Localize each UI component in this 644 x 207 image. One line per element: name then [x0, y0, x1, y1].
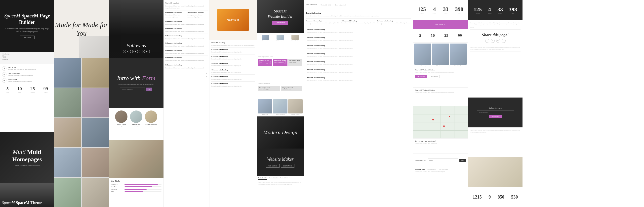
section-text: Lorem ipsum dolor sit amet consectetur a… [306, 15, 411, 17]
feature-image-1 [414, 44, 431, 65]
subscribe-button[interactable]: Send [460, 159, 466, 162]
dark-num-label: Sales [509, 13, 517, 14]
nav-item[interactable]: Home [2, 55, 52, 57]
subscribe-input[interactable] [428, 158, 458, 162]
section-heading: Columns with heading [306, 76, 411, 79]
skills-section: Our Skills HTML/CSS WordPress JavaScript [109, 178, 164, 207]
final-num-3: 850 [498, 194, 504, 200]
learn-more-button[interactable]: Learn More [428, 75, 440, 78]
section-heading: Text with heading [306, 12, 411, 14]
number-25: 25 [444, 33, 448, 38]
tabs-row: Text with title1 Text with title2 Text w… [415, 168, 466, 170]
tab-1[interactable]: Text with title1 [306, 4, 317, 6]
columns-section-2: Columns with heading Lorem ipsum dolor s… [165, 20, 208, 26]
feature-image [258, 99, 272, 113]
dark-number-4: 4 [488, 6, 492, 13]
tab-title-3[interactable]: Text with title3 [280, 177, 290, 180]
section-text: Lorem ipsum dolor sit amet consectetur a… [165, 60, 208, 62]
dark-number-33: 33 [498, 6, 503, 13]
linkedin-icon[interactable]: li [137, 50, 140, 53]
final-number-530: 530 [511, 194, 518, 200]
col-text: Lorem ipsum dolor sit amet consectetur a… [342, 22, 376, 26]
dark-num-2: 4 Awards [488, 6, 492, 14]
youtube-icon[interactable]: yt [142, 50, 145, 53]
text-section: Text with heading Lorem ipsum dolor sit … [306, 12, 411, 19]
columns-section-5: Columns with heading Lorem ipsum dolor s… [306, 53, 411, 59]
spacem-theme-section: SpaceM SpaceM Theme [0, 183, 54, 207]
photo-cell [54, 178, 81, 207]
natwest-card-wrapper: NatWest [213, 4, 253, 36]
facebook-icon[interactable]: f [123, 50, 126, 53]
pinterest-icon[interactable]: p [146, 50, 150, 53]
section-text: Lorem ipsum dolor sit amet consectetur a… [306, 79, 411, 82]
team-members-list: Angela Aquila Designer Jenny Moore Devel… [115, 110, 157, 127]
dark-num-3: 33 Clients [498, 6, 503, 14]
scroll-down-arrow[interactable]: ▲ [206, 75, 208, 77]
demo-button[interactable]: Live Demo [20, 36, 34, 39]
col-text: Lorem ipsum dolor sit amet consectetur a… [306, 22, 340, 26]
feature-cell: Mobile responsive [273, 35, 288, 53]
col-text: Lorem ipsum dolor sit amet consectetur a… [187, 14, 208, 18]
facebook-share-icon[interactable]: f [485, 39, 489, 43]
page-builder-subtitle: Create beautiful websites with our drag … [2, 27, 52, 33]
scroll-arrows: ▲ ▲ [165, 72, 208, 77]
website-builder-section: SpaceMWebsite Builder Get Started [257, 0, 304, 33]
instagram-share-icon[interactable]: in [496, 39, 500, 43]
twitter-icon[interactable]: t [128, 50, 131, 53]
multi-homepages-section: Multi Multi Homepages Choose from many h… [0, 132, 54, 183]
website-builder-button[interactable]: Get Started [272, 21, 288, 25]
nav-item[interactable]: Portfolio [2, 59, 52, 60]
columns-section-3: Columns with heading Lorem ipsum dolor s… [306, 37, 411, 43]
skill-track [124, 184, 162, 185]
image-label-1: Retina ready [414, 65, 431, 66]
nav-item[interactable]: About [2, 57, 52, 59]
get-started-button[interactable]: Get Started [266, 164, 280, 168]
tab-3[interactable]: Text with title3 [335, 4, 346, 6]
feature-label: Mobile responsive [273, 114, 288, 115]
get-started-button[interactable]: Get Started [415, 75, 427, 78]
tab-title-1[interactable]: Text with title1 [258, 177, 267, 180]
skill-row: HTML/CSS [111, 184, 162, 185]
process-card-1: Coming up with idea Lorem ipsum dolor 4 [258, 59, 272, 66]
lorem-text-2: Lorem ipsum dolor sit amet consectetur a… [470, 46, 520, 51]
section-text: Lorem ipsum dolor sit amet consectetur a… [165, 67, 208, 69]
team-member: Angela Aquila Designer [115, 110, 128, 127]
twb-text: Lorem ipsum dolor sit amet consectetur a… [415, 72, 466, 74]
tab-title-1[interactable]: Text with title1 [415, 168, 424, 170]
learn-more-button[interactable]: Learn More [281, 164, 294, 168]
member-role: Developer [130, 125, 142, 127]
scroll-up-arrow[interactable]: ▲ [206, 72, 208, 74]
dark-numbers-section: 125 Projects 4 Awards 33 Clients 398 Sal… [468, 0, 522, 20]
process-card-text: Lorem ipsum [289, 62, 302, 63]
features-section: ★ Easy to useDrag and drop page builder.… [0, 64, 54, 132]
feature-img-col: Website Builder [288, 99, 302, 115]
columns-section-6: Columns with heading Lorem ipsum dolor s… [165, 49, 208, 56]
member-role: Manager [145, 125, 157, 127]
form-submit-button[interactable]: Go [146, 88, 152, 91]
dark-subscribe-button[interactable]: Subscribe [489, 115, 502, 118]
feature-icon: ◈ [2, 72, 6, 77]
top-numbers: 125 Projects 4 Awards 33 Clients 398 Sal… [413, 0, 468, 20]
section-heading: Columns with heading [306, 45, 411, 47]
section-heading: Columns with heading [212, 83, 255, 85]
section-heading: Columns with heading [165, 27, 208, 29]
linkedin-share-icon[interactable]: li [502, 39, 506, 43]
instagram-icon[interactable]: in [132, 50, 136, 53]
tab-title-2[interactable]: Text with title2 [269, 177, 278, 180]
nav-items: Home About Portfolio [2, 55, 52, 60]
card-section: NatWest [210, 0, 257, 40]
tab-title-2[interactable]: Text with title2 [427, 168, 436, 170]
multi-text: Multi Multi Homepages Choose from many h… [0, 148, 54, 167]
final-num-2: 9 [488, 194, 491, 200]
card-text: Lorem ipsum dolor [282, 89, 302, 90]
email-input[interactable] [120, 88, 145, 91]
twitter-share-icon[interactable]: t [491, 39, 495, 43]
map-pin [443, 125, 445, 127]
section-text: Lorem ipsum dolor sit amet consectetur a… [212, 44, 255, 46]
dark-subscribe-input[interactable] [477, 110, 514, 114]
process-title: Coming up with idea [258, 56, 302, 58]
nav-label: Our Design [2, 53, 52, 55]
feature-label: Website Builder [288, 114, 302, 115]
tab-2[interactable]: Text with title2 [321, 4, 332, 6]
tab-title-3[interactable]: Text with title3 [439, 168, 448, 170]
